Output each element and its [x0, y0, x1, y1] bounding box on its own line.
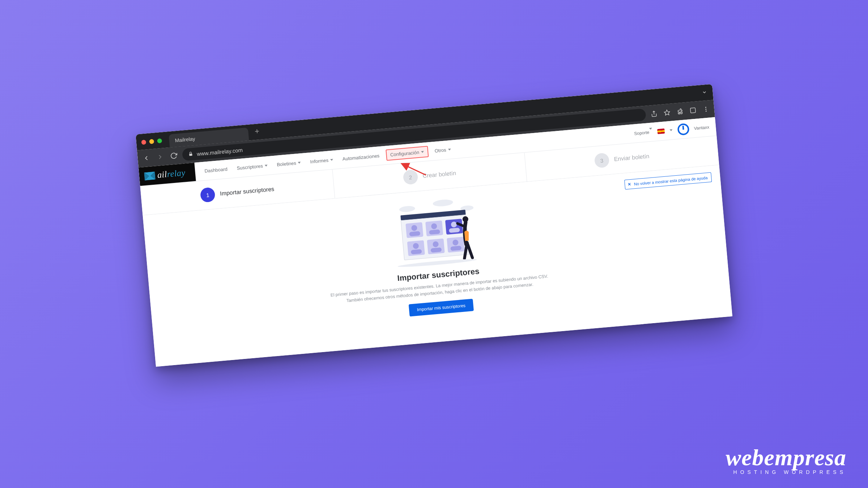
back-button[interactable] — [142, 154, 150, 162]
window-controls — [141, 138, 162, 145]
maximize-window-button[interactable] — [157, 138, 162, 144]
import-illustration — [385, 196, 484, 269]
nav-suscriptores[interactable]: Suscriptores — [232, 156, 273, 177]
nav-otros[interactable]: Otros — [430, 140, 456, 160]
chevron-down-icon — [448, 149, 451, 151]
nav-boletines[interactable]: Boletines — [272, 153, 306, 174]
support-link[interactable]: Soporte — [634, 129, 652, 136]
minimize-window-button[interactable] — [149, 139, 154, 144]
chevron-down-icon — [421, 151, 424, 153]
logo-text: ailrelay — [157, 168, 186, 180]
chevron-down-icon — [330, 159, 333, 161]
watermark-tagline: HOSTING WORDPRESS — [726, 469, 847, 475]
lock-icon — [188, 151, 193, 158]
forward-button[interactable] — [156, 153, 164, 161]
close-window-button[interactable] — [141, 140, 146, 145]
url-text: www.mailrelay.com — [196, 147, 243, 157]
chevron-down-icon — [264, 164, 267, 167]
new-tab-button[interactable]: + — [251, 126, 264, 140]
chevron-down-icon — [669, 129, 672, 131]
username-label: Vantaxx — [694, 124, 710, 131]
step-label: Importar suscriptores — [220, 186, 275, 197]
close-icon: ✕ — [627, 182, 631, 187]
svg-point-4 — [705, 107, 706, 108]
watermark: webempresa HOSTING WORDPRESS — [726, 446, 847, 475]
profile-icon[interactable] — [689, 107, 697, 114]
kebab-menu-icon[interactable] — [702, 106, 710, 113]
dismiss-help-banner[interactable]: ✕ No volver a mostrar esta página de ayu… — [624, 172, 712, 190]
help-banner-text: No volver a mostrar esta página de ayuda — [634, 175, 708, 186]
chevron-down-icon — [649, 128, 652, 135]
svg-marker-2 — [664, 110, 670, 115]
bookmark-star-icon[interactable] — [664, 109, 671, 116]
import-subscribers-button[interactable]: Importar mis suscriptores — [408, 299, 474, 316]
browser-window: Mailrelay + www.mailrelay.com — [136, 84, 732, 367]
nav-automatizaciones[interactable]: Automatizaciones — [337, 146, 385, 168]
power-icon[interactable] — [677, 123, 690, 136]
svg-point-11 — [399, 205, 415, 213]
watermark-brand: webempresa — [726, 446, 847, 469]
nav-configuracion[interactable]: Configuración — [386, 146, 429, 161]
extensions-icon[interactable] — [676, 108, 684, 115]
reload-button[interactable] — [170, 152, 178, 160]
step-number: 2 — [403, 169, 418, 185]
tab-title: Mailrelay — [175, 136, 195, 144]
share-icon[interactable] — [651, 110, 658, 117]
step-number: 3 — [594, 153, 609, 168]
envelope-icon — [144, 171, 156, 180]
svg-rect-0 — [189, 153, 192, 156]
step-label: Crear boletín — [422, 170, 456, 179]
nav-informes[interactable]: Informes — [305, 150, 339, 171]
svg-point-5 — [705, 109, 706, 110]
chevron-down-icon — [298, 162, 301, 164]
svg-line-1 — [654, 111, 654, 115]
svg-rect-3 — [690, 108, 696, 113]
step-label: Enviar boletín — [614, 153, 650, 162]
tabs-dropdown-button[interactable] — [702, 90, 707, 97]
svg-point-12 — [433, 199, 453, 207]
nav-dashboard[interactable]: Dashboard — [199, 159, 233, 180]
language-flag-es[interactable] — [657, 128, 665, 134]
svg-point-6 — [706, 111, 707, 112]
step-number: 1 — [200, 187, 216, 202]
